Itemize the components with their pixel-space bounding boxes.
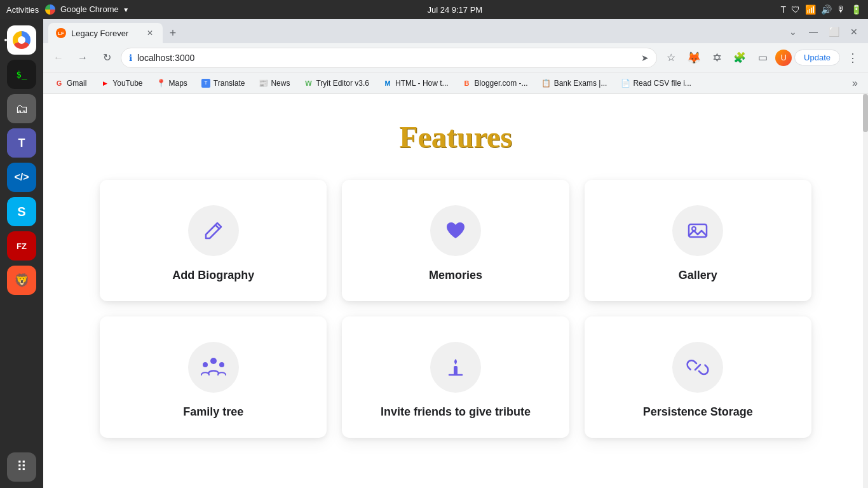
bookmark-translate[interactable]: T Translate: [195, 76, 252, 90]
sidebar-toggle-button[interactable]: ▭: [752, 48, 773, 68]
bookmark-maps[interactable]: 📍 Maps: [151, 76, 194, 90]
app-sidebar: $_ 🗂 T </> S FZ 🦁 ⠿: [0, 19, 43, 488]
minimize-button[interactable]: —: [804, 23, 822, 41]
features-grid: Add Biography Memories: [100, 180, 811, 438]
extension-icon[interactable]: ✡: [707, 48, 727, 68]
gallery-label: Gallery: [679, 269, 717, 282]
bookmark-tryit-label: Tryit Editor v3.6: [316, 79, 369, 88]
menu-button[interactable]: ⋮: [843, 48, 863, 68]
shield-tray-icon[interactable]: 🛡: [791, 4, 800, 15]
heart-icon: [444, 219, 467, 242]
family-tree-label: Family tree: [183, 405, 243, 419]
bookmark-csv-label: Read CSV file i...: [633, 79, 691, 88]
bookmark-bank-label: Bank Exams |...: [554, 79, 607, 88]
bookmark-news[interactable]: 📰 News: [252, 76, 296, 90]
bank-favicon: 📋: [542, 79, 551, 88]
puzzle-extension-icon[interactable]: 🧩: [729, 48, 750, 68]
sidebar-teams-icon[interactable]: T: [7, 128, 36, 158]
webpage-content: Features Add Biography: [43, 94, 868, 488]
battery-tray-icon[interactable]: 🔋: [851, 4, 862, 15]
card-family-tree[interactable]: Family tree: [100, 316, 327, 438]
active-tab[interactable]: LF Legacy Forever ✕: [48, 23, 163, 43]
people-icon: [201, 356, 226, 379]
persistence-storage-icon-circle: [672, 342, 723, 393]
bookmark-star-button[interactable]: ☆: [661, 48, 681, 68]
tab-list-button[interactable]: ⌄: [784, 23, 802, 41]
extension-fox-icon[interactable]: 🦊: [684, 48, 704, 68]
datetime-label: Jul 24 9:17 PM: [427, 5, 482, 15]
teams-tray-icon[interactable]: T: [780, 4, 786, 15]
svg-rect-5: [454, 366, 458, 375]
sidebar-vscode-icon[interactable]: </>: [7, 163, 36, 192]
forward-button[interactable]: →: [72, 48, 93, 68]
image-icon: [686, 219, 709, 242]
card-memories[interactable]: Memories: [342, 180, 569, 301]
svg-point-3: [203, 362, 208, 367]
bookmark-html[interactable]: M HTML - How t...: [377, 76, 455, 90]
scrollbar[interactable]: [863, 94, 868, 488]
sidebar-skype-icon[interactable]: S: [7, 197, 36, 226]
bookmark-csv[interactable]: 📄 Read CSV file i...: [614, 76, 697, 90]
sidebar-brave-icon[interactable]: 🦁: [7, 266, 36, 295]
bookmark-blogger[interactable]: B Blogger.com -...: [456, 76, 534, 90]
blogger-favicon: B: [463, 79, 471, 88]
csv-favicon: 📄: [621, 79, 630, 88]
address-text: localhost:3000: [137, 53, 636, 63]
bookmark-maps-label: Maps: [169, 79, 187, 88]
sidebar-filezilla-icon[interactable]: FZ: [7, 231, 36, 261]
security-icon: ℹ: [129, 53, 132, 63]
bookmark-news-label: News: [271, 79, 290, 88]
sidebar-chrome-icon[interactable]: [7, 25, 36, 55]
update-button[interactable]: Update: [794, 50, 840, 65]
navigation-bar: ← → ↻ ℹ localhost:3000 ➤ ☆ 🦊 ✡ 🧩 ▭ U Upd…: [43, 43, 868, 72]
reload-button[interactable]: ↻: [97, 48, 117, 68]
persistence-storage-label: Persistence Storage: [643, 405, 753, 419]
card-gallery[interactable]: Gallery: [585, 180, 811, 301]
invite-friends-icon-circle: [430, 342, 481, 393]
bookmark-gmail[interactable]: G Gmail: [48, 76, 93, 90]
tab-close-button[interactable]: ✕: [145, 28, 155, 38]
family-tree-icon-circle: [188, 342, 239, 393]
mic-tray-icon[interactable]: 🎙: [837, 4, 846, 15]
active-indicator: [4, 39, 7, 41]
activities-label[interactable]: Activities: [6, 5, 39, 15]
bookmarks-more-button[interactable]: »: [847, 75, 863, 92]
card-persistence-storage[interactable]: Persistence Storage: [585, 316, 811, 438]
link-icon: [686, 356, 709, 379]
wifi-tray-icon[interactable]: 📶: [805, 4, 816, 15]
volume-tray-icon[interactable]: 🔊: [821, 4, 832, 15]
tryit-favicon: W: [304, 79, 313, 88]
add-biography-label: Add Biography: [172, 269, 254, 282]
bookmark-bank[interactable]: 📋 Bank Exams |...: [536, 76, 614, 90]
tab-favicon: LF: [56, 28, 66, 38]
add-biography-icon-circle: [188, 205, 239, 256]
app-name-label[interactable]: Google Chrome: [60, 4, 119, 14]
card-add-biography[interactable]: Add Biography: [100, 180, 327, 301]
bookmark-tryit[interactable]: W Tryit Editor v3.6: [297, 76, 376, 90]
card-invite-friends[interactable]: Invite friends to give tribute: [342, 316, 569, 438]
navigate-button[interactable]: ➤: [641, 53, 649, 63]
bookmarks-bar: G Gmail ▶ YouTube 📍 Maps T Translate 📰 N…: [43, 72, 868, 94]
candle-icon: [444, 356, 467, 379]
scrollbar-thumb[interactable]: [863, 94, 868, 132]
maps-favicon: 📍: [157, 79, 166, 88]
tab-bar: LF Legacy Forever ✕ + ⌄ — ⬜ ✕: [43, 19, 868, 43]
sidebar-terminal-icon[interactable]: $_: [7, 60, 36, 89]
bookmark-youtube[interactable]: ▶ YouTube: [94, 76, 149, 90]
sidebar-files-icon[interactable]: 🗂: [7, 94, 36, 123]
svg-point-4: [219, 362, 224, 367]
app-indicator: Google Chrome ▼: [45, 4, 129, 15]
bookmark-html-label: HTML - How t...: [395, 79, 449, 88]
back-button[interactable]: ←: [48, 48, 69, 68]
bookmark-youtube-label: YouTube: [112, 79, 142, 88]
maximize-button[interactable]: ⬜: [825, 23, 843, 41]
profile-avatar[interactable]: U: [775, 50, 792, 66]
close-button[interactable]: ✕: [845, 23, 863, 41]
bookmark-blogger-label: Blogger.com -...: [475, 79, 528, 88]
address-bar[interactable]: ℹ localhost:3000 ➤: [121, 48, 657, 68]
svg-point-2: [210, 358, 217, 364]
pencil-icon: [202, 219, 225, 242]
dropdown-icon[interactable]: ▼: [123, 6, 129, 13]
new-tab-button[interactable]: +: [164, 24, 182, 42]
sidebar-grid-icon[interactable]: ⠿: [7, 452, 36, 482]
